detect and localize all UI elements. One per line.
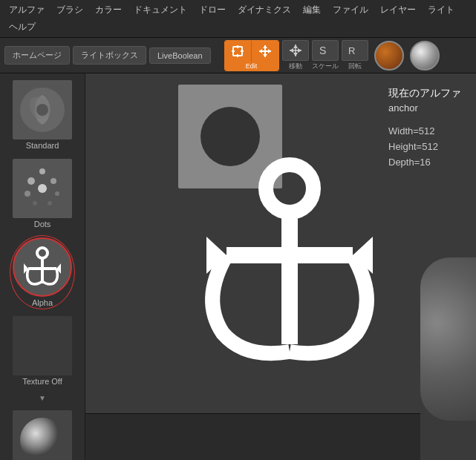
menu-help[interactable]: ヘルプ xyxy=(3,19,42,36)
liveboolean-button[interactable]: LiveBoolean xyxy=(149,47,211,64)
menu-document[interactable]: ドキュメント xyxy=(128,1,193,19)
rotate-group: R 回転 xyxy=(342,40,368,71)
toolbar: ホームページ ライトボックス LiveBoolean xyxy=(0,38,476,73)
svg-point-23 xyxy=(50,178,56,184)
rotate-button[interactable]: R xyxy=(342,40,368,61)
menu-brush[interactable]: ブラシ xyxy=(50,1,89,19)
svg-point-35 xyxy=(266,165,313,212)
right-figure xyxy=(420,257,476,421)
svg-point-24 xyxy=(25,191,30,197)
scale-button[interactable]: S xyxy=(312,40,339,61)
svg-point-27 xyxy=(48,201,52,206)
svg-point-34 xyxy=(20,418,65,460)
brush-preview-alpha xyxy=(13,237,72,297)
scale-label: スケール xyxy=(312,62,339,71)
scroll-down-arrow[interactable]: ▼ xyxy=(36,392,49,404)
svg-point-28 xyxy=(39,168,45,174)
alpha-width: Width=512 xyxy=(388,124,461,139)
alpha-heading: 現在のアルファ xyxy=(388,85,461,101)
edit-label: Edit xyxy=(225,62,278,70)
menu-alpha[interactable]: アルファ xyxy=(3,1,50,19)
main-content: Standard Dots xyxy=(0,73,476,460)
brush-item-matcap-gray[interactable]: MatCap Gray xyxy=(10,408,75,460)
brush-label-dots: Dots xyxy=(34,220,51,229)
brush-preview-texture-off xyxy=(13,316,72,375)
svg-point-20 xyxy=(36,104,48,116)
alpha-depth: Depth=16 xyxy=(388,155,461,171)
homepage-button[interactable]: ホームページ xyxy=(4,46,70,65)
move-button[interactable] xyxy=(282,40,309,61)
menu-file[interactable]: ファイル xyxy=(327,1,374,19)
edit-draw-icon[interactable] xyxy=(225,41,252,62)
move-label: 移動 xyxy=(289,62,302,71)
svg-text:S: S xyxy=(319,45,326,56)
svg-marker-9 xyxy=(259,49,262,53)
edit-group: Edit xyxy=(224,40,279,71)
matcap-button[interactable] xyxy=(410,41,440,70)
menu-draw[interactable]: ドロー xyxy=(193,1,232,19)
brush-item-alpha[interactable]: Alpha xyxy=(10,235,75,309)
brush-item-standard[interactable]: Standard xyxy=(10,78,75,152)
menu-light[interactable]: ライト xyxy=(422,1,460,19)
alpha-info-panel: 現在のアルファ anchor Width=512 Height=512 Dept… xyxy=(388,85,461,171)
edit-move-icon[interactable] xyxy=(252,41,278,62)
brush-preview-matcap-gray xyxy=(13,410,72,460)
scale-group: S スケール xyxy=(312,40,339,71)
anchor-large-display xyxy=(182,148,397,378)
svg-text:R: R xyxy=(348,45,355,56)
canvas-area[interactable]: 現在のアルファ anchor Width=512 Height=512 Dept… xyxy=(85,73,476,460)
alpha-name: anchor xyxy=(388,101,461,116)
svg-point-22 xyxy=(27,177,35,185)
brush-preview-standard xyxy=(13,80,72,139)
lightbox-button[interactable]: ライトボックス xyxy=(73,46,146,65)
svg-point-29 xyxy=(37,248,48,258)
svg-point-21 xyxy=(38,184,47,193)
bottom-strip xyxy=(85,413,420,460)
svg-point-26 xyxy=(33,201,37,206)
menu-layer[interactable]: レイヤー xyxy=(374,1,422,19)
rotate-label: 回転 xyxy=(348,62,362,71)
menu-edit[interactable]: 編集 xyxy=(297,1,327,19)
menu-bar: アルファ ブラシ カラー ドキュメント ドロー ダイナミクス 編集 ファイル レ… xyxy=(0,0,476,38)
brush-label-alpha: Alpha xyxy=(32,298,53,307)
svg-marker-8 xyxy=(263,54,267,57)
brush-label-standard: Standard xyxy=(26,141,59,150)
menu-color[interactable]: カラー xyxy=(89,1,128,19)
brush-preview-dots xyxy=(13,159,72,218)
brush-item-texture-off[interactable]: Texture Off xyxy=(10,314,75,388)
move-group: 移動 xyxy=(282,40,309,71)
brush-item-dots[interactable]: Dots xyxy=(10,157,75,231)
brush-label-texture-off: Texture Off xyxy=(22,377,62,386)
alpha-height: Height=512 xyxy=(388,139,461,155)
svg-point-25 xyxy=(55,191,59,196)
sphere-material-button[interactable] xyxy=(374,41,404,70)
svg-marker-7 xyxy=(263,45,267,48)
svg-marker-10 xyxy=(268,49,271,53)
menu-dynamics[interactable]: ダイナミクス xyxy=(232,1,297,19)
sidebar: Standard Dots xyxy=(0,73,85,460)
